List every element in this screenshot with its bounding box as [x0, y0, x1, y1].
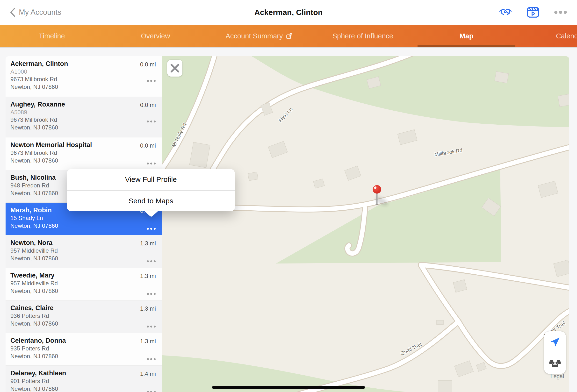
- account-city: Newton, NJ 07860: [10, 157, 156, 164]
- account-address: 936 Potters Rd: [10, 312, 156, 320]
- tab-label: Map: [460, 32, 473, 40]
- account-city: Newton, NJ 07860: [10, 320, 156, 327]
- tab-account-summary[interactable]: Account Summary: [207, 25, 311, 48]
- account-distance: 0.0 mi: [140, 102, 156, 108]
- list-item[interactable]: Tweedie, Mary957 Middleville RdNewton, N…: [5, 268, 162, 300]
- current-location-button[interactable]: [544, 331, 566, 353]
- map-controls: [544, 331, 566, 374]
- back-button-label: My Accounts: [19, 8, 61, 17]
- close-map-button[interactable]: [167, 60, 182, 77]
- account-city: Newton, NJ 07860: [10, 222, 156, 230]
- tab-overview[interactable]: Overview: [104, 25, 207, 48]
- context-menu-tail: [144, 211, 158, 218]
- row-more-button[interactable]: [146, 259, 156, 264]
- account-city: Newton, NJ 07860: [10, 83, 156, 91]
- list-item[interactable]: Ackerman, ClintonA10009673 Millbrook RdN…: [5, 56, 162, 97]
- account-id: A1000: [10, 68, 156, 75]
- external-link-icon: [286, 33, 293, 39]
- row-more-button[interactable]: [146, 357, 156, 361]
- account-address: 935 Potters Rd: [10, 345, 156, 352]
- list-item[interactable]: Celentano, Donna935 Potters RdNewton, NJ…: [5, 333, 162, 366]
- traffic-icon: [548, 358, 562, 369]
- tab-calendar[interactable]: Calendar: [518, 25, 577, 48]
- tab-label: Sphere of Influence: [332, 32, 393, 40]
- handshake-icon[interactable]: [499, 6, 512, 19]
- tab-timeline[interactable]: Timeline: [0, 25, 104, 48]
- account-address: 957 Middleville Rd: [10, 279, 156, 287]
- row-more-button[interactable]: [146, 226, 156, 231]
- row-more-button[interactable]: [146, 119, 156, 124]
- account-name: Celentano, Donna: [10, 337, 156, 345]
- home-indicator[interactable]: [212, 386, 365, 389]
- account-distance: 1.4 mi: [140, 370, 156, 377]
- account-city: Newton, NJ 07860: [10, 124, 156, 131]
- tab-bar: TimelineOverviewAccount SummarySphere of…: [0, 25, 577, 48]
- list-item[interactable]: Delaney, Kathleen901 Potters RdNewton, N…: [5, 366, 162, 392]
- row-more-button[interactable]: [146, 161, 156, 166]
- app-screen: Ackerman, Clinton My Accounts: [0, 0, 577, 392]
- account-name: Caines, Claire: [10, 304, 156, 312]
- account-name: Newton, Nora: [10, 239, 156, 247]
- row-more-button[interactable]: [146, 324, 156, 329]
- row-more-button[interactable]: [146, 292, 156, 296]
- account-id: A5089: [10, 108, 156, 116]
- list-item[interactable]: Aughey, RoxanneA50899673 Millbrook RdNew…: [5, 97, 162, 137]
- account-distance: 1.3 mi: [140, 273, 156, 279]
- location-arrow-icon: [550, 337, 560, 347]
- account-name: Tweedie, Mary: [10, 271, 156, 279]
- media-clapper-icon[interactable]: [527, 6, 539, 19]
- legal-link[interactable]: Legal: [550, 373, 564, 380]
- tab-sphere-of-influence[interactable]: Sphere of Influence: [311, 25, 415, 48]
- map-canvas[interactable]: Mt Holly Rd Field Ln Millbrook Rd Quail …: [162, 56, 569, 392]
- account-distance: 1.3 mi: [140, 240, 156, 247]
- account-distance: 0.0 mi: [140, 142, 156, 149]
- traffic-button[interactable]: [544, 353, 566, 374]
- menu-item-view-full-profile[interactable]: View Full Profile: [67, 169, 235, 190]
- account-address: 9673 Millbrook Rd: [10, 149, 156, 157]
- close-icon: [171, 64, 179, 72]
- tab-label: Overview: [141, 32, 170, 40]
- navigation-bar: Ackerman, Clinton My Accounts: [0, 0, 577, 25]
- account-address: 9673 Millbrook Rd: [10, 75, 156, 83]
- page-title: Ackerman, Clinton: [0, 0, 577, 25]
- account-distance: 0.0 mi: [140, 61, 156, 68]
- account-name: Aughey, Roxanne: [10, 100, 156, 108]
- back-button[interactable]: My Accounts: [10, 0, 61, 25]
- chevron-left-icon: [10, 7, 15, 17]
- tab-label: Account Summary: [226, 32, 283, 40]
- account-address: 9673 Millbrook Rd: [10, 116, 156, 124]
- more-ellipsis-icon[interactable]: [554, 6, 567, 19]
- account-distance: 1.3 mi: [140, 305, 156, 312]
- account-name: Ackerman, Clinton: [10, 60, 156, 68]
- account-city: Newton, NJ 07860: [10, 287, 156, 295]
- account-name: Delaney, Kathleen: [10, 369, 156, 377]
- tab-map[interactable]: Map: [415, 25, 518, 48]
- account-city: Newton, NJ 07860: [10, 385, 156, 392]
- account-address: 15 Shady Ln: [10, 214, 156, 222]
- active-tab-underline: [418, 45, 515, 48]
- row-more-button[interactable]: [146, 389, 156, 392]
- account-address: 901 Potters Rd: [10, 377, 156, 385]
- menu-item-send-to-maps[interactable]: Send to Maps: [67, 191, 235, 212]
- account-distance: 1.3 mi: [140, 338, 156, 345]
- row-more-button[interactable]: [146, 78, 156, 83]
- account-list[interactable]: Ackerman, ClintonA10009673 Millbrook RdN…: [5, 56, 162, 392]
- tab-label: Timeline: [39, 32, 65, 40]
- map-panel[interactable]: Mt Holly Rd Field Ln Millbrook Rd Quail …: [162, 56, 569, 392]
- list-item[interactable]: Newton Memorial Hospital9673 Millbrook R…: [5, 137, 162, 170]
- account-city: Newton, NJ 07860: [10, 352, 156, 360]
- context-menu: View Full Profile Send to Maps: [67, 169, 235, 211]
- account-city: Newton, NJ 07860: [10, 255, 156, 262]
- account-name: Newton Memorial Hospital: [10, 141, 156, 149]
- tab-label: Calendar: [556, 32, 577, 40]
- list-item[interactable]: Caines, Claire936 Potters RdNewton, NJ 0…: [5, 300, 162, 333]
- header-actions: [499, 0, 567, 25]
- list-item[interactable]: Newton, Nora957 Middleville RdNewton, NJ…: [5, 235, 162, 268]
- account-address: 957 Middleville Rd: [10, 247, 156, 255]
